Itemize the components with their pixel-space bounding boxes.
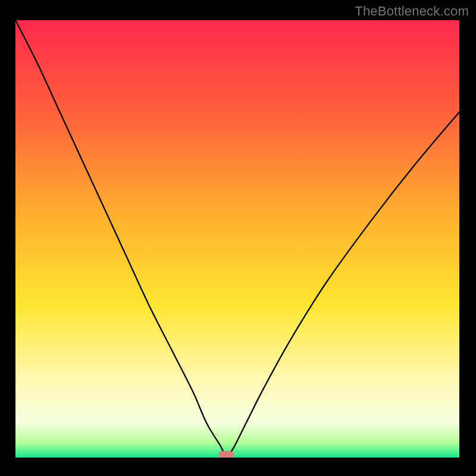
chart-root: TheBottleneck.com [0,0,476,476]
plot-frame [15,20,459,458]
minimum-marker-icon [218,451,234,458]
chart-svg [15,20,459,458]
plot-area [15,20,459,458]
gradient-background [15,20,459,458]
watermark-text: TheBottleneck.com [355,4,469,19]
